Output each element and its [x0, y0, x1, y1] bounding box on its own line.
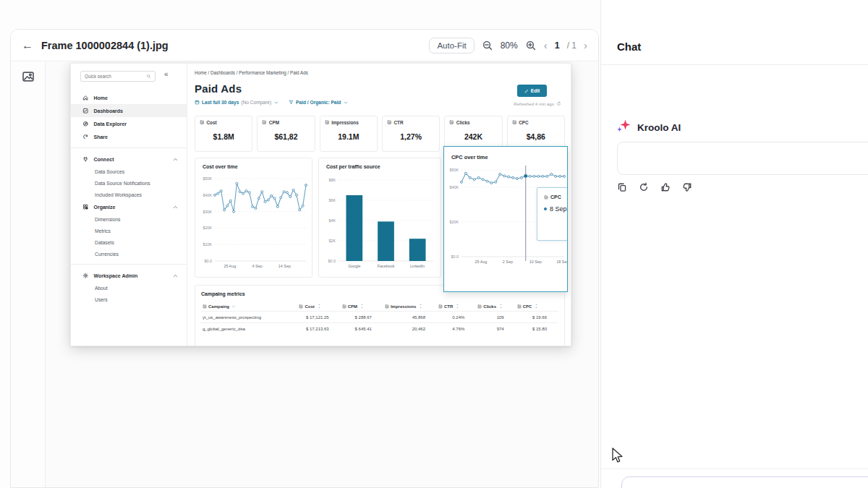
column-header-campaing[interactable]: Campaing [201, 301, 297, 312]
kpi-card-impressions[interactable]: Impressions19.1M [320, 116, 378, 152]
regenerate-icon[interactable] [639, 182, 649, 192]
viewer-canvas: « HomeDashboardsData ExplorerShareConnec… [11, 62, 598, 487]
sort-icon[interactable] [359, 304, 365, 309]
metric-icon [203, 304, 207, 309]
collapse-sidebar-icon[interactable]: « [164, 70, 169, 78]
sidebar-item-data-source-notifications[interactable]: Data Source Notifications [71, 177, 187, 189]
thumbs-down-icon[interactable] [682, 182, 692, 192]
metric-value-cell: 974 [476, 323, 515, 335]
table-row[interactable]: yt_us_awareness_prospecting$ 17,121.25$ … [201, 312, 558, 323]
svg-text:$10K: $10K [203, 242, 212, 247]
sidebar-item-dimensions[interactable]: Dimensions [71, 213, 187, 225]
next-page-icon[interactable]: › [584, 40, 587, 51]
chevron-up-icon [173, 157, 178, 162]
svg-text:$6K: $6K [328, 198, 336, 202]
sidebar-item-share[interactable]: Share [71, 130, 187, 143]
page-total: / 1 [567, 40, 576, 51]
sort-icon[interactable] [534, 304, 539, 309]
chevron-down-icon [231, 304, 236, 309]
metric-icon [262, 120, 267, 125]
metric-icon [512, 120, 517, 125]
chat-panel: Chat Kroolo AI [600, 0, 868, 488]
svg-text:$20K: $20K [449, 220, 459, 224]
image-thumbnail-icon[interactable] [22, 70, 35, 487]
page-title: Paid Ads [195, 82, 242, 95]
kpi-card-cpm[interactable]: CPM$61,82 [257, 116, 315, 152]
column-header-cpm[interactable]: CPM [341, 301, 383, 312]
date-range-filter[interactable]: Last full 30 days (No Compare) [195, 100, 278, 105]
sidebar-item-currencies[interactable]: Currencies [71, 248, 187, 260]
svg-text:10 Sep: 10 Sep [529, 260, 542, 264]
edit-button[interactable]: Edit [517, 85, 547, 97]
auto-fit-button[interactable]: Auto-Fit [429, 38, 474, 53]
column-header-cost[interactable]: Cost [297, 301, 340, 312]
sort-icon[interactable] [455, 304, 460, 309]
sidebar-item-metrics[interactable]: Metrics [71, 225, 187, 236]
refresh-icon[interactable] [556, 101, 561, 106]
zoom-in-icon[interactable] [525, 40, 537, 51]
sidebar-item-label: Data Explorer [94, 121, 127, 127]
quick-search-input[interactable] [85, 74, 144, 79]
metric-value-cell: $ 288.67 [341, 312, 383, 323]
sidebar-item-label: Dimensions [95, 217, 121, 222]
message-actions [617, 182, 692, 192]
sidebar-item-about[interactable]: About [71, 282, 187, 294]
gear-icon [82, 273, 89, 279]
kpi-value: $4,86 [512, 125, 560, 147]
sort-icon[interactable] [418, 304, 423, 309]
campaign-name-cell: g_global_generic_dsa [201, 323, 297, 335]
kpi-header: CPM [262, 120, 310, 125]
svg-text:2 Sep: 2 Sep [503, 260, 513, 264]
column-header-impressions[interactable]: Impressions [383, 301, 437, 312]
cost-per-traffic-source-widget[interactable]: Cost per traffic source $8K$6K$4K$2K$0.0… [318, 158, 441, 278]
column-header-ctr[interactable]: CTR [437, 301, 476, 312]
sidebar-item-label: Users [95, 297, 108, 302]
column-label: Cost [305, 304, 314, 309]
calendar-icon [195, 100, 200, 105]
metric-icon [438, 304, 443, 309]
kpi-card-cost[interactable]: Cost$1.8M [195, 116, 252, 152]
paid-organic-filter[interactable]: Paid / Organic: Paid [289, 100, 348, 105]
thumbs-up-icon[interactable] [660, 182, 671, 192]
kpi-value: $1.8M [200, 125, 247, 147]
sort-icon[interactable] [498, 304, 503, 309]
sidebar-item-included-workspaces[interactable]: Included Workspaces [71, 189, 187, 200]
sidebar-item-home[interactable]: Home [71, 91, 187, 104]
mouse-cursor [610, 447, 626, 464]
sidebar-item-dashboards[interactable]: Dashboards [71, 104, 187, 117]
column-header-cpc[interactable]: CPC [516, 301, 558, 312]
sidebar-item-workspace-admin[interactable]: Workspace Admin [71, 269, 187, 282]
prev-page-icon[interactable]: ‹ [544, 40, 548, 51]
chevron-up-icon [173, 205, 178, 210]
search-icon [146, 74, 151, 79]
sidebar-item-data-sources[interactable]: Data Sources [71, 166, 187, 177]
file-title: Frame 1000002844 (1).jpg [41, 40, 169, 51]
kpi-card-ctr[interactable]: CTR1,27% [382, 116, 440, 152]
zoom-out-icon[interactable] [482, 40, 493, 51]
sidebar-item-connect[interactable]: Connect [71, 153, 187, 166]
breadcrumb: Home / Dashboards / Performance Marketin… [195, 70, 308, 75]
page-current: 1 [555, 40, 560, 51]
copy-icon[interactable] [617, 182, 627, 192]
sidebar-item-datasets[interactable]: Datasets [71, 236, 187, 248]
cpc-over-time-widget[interactable]: CPC over time $50K$40K$20K$0.025 Aug2 Se… [443, 146, 568, 292]
table-row[interactable]: g_global_generic_dsa$ 17,213.63$ 645.412… [201, 323, 558, 335]
metric-value-cell: 0.24% [437, 312, 476, 323]
sidebar-item-label: Currencies [95, 252, 119, 257]
sidebar-item-label: About [95, 286, 108, 291]
quick-search [80, 71, 156, 82]
metric-icon [200, 120, 205, 125]
sidebar-item-organize[interactable]: Organize [71, 200, 187, 213]
filter-label: Last full 30 days [202, 100, 239, 105]
sort-icon[interactable] [317, 304, 322, 309]
column-label: CPC [523, 304, 532, 309]
chat-input[interactable] [621, 476, 868, 488]
cost-over-time-widget[interactable]: Cost over time $50K$40K$30K$20K$10K$0.02… [195, 158, 312, 278]
back-button[interactable]: ← [22, 39, 33, 52]
sidebar-item-users[interactable]: Users [71, 294, 187, 305]
column-header-clicks[interactable]: Clicks [476, 301, 515, 312]
metric-icon [517, 304, 522, 309]
sidebar-item-data-explorer[interactable]: Data Explorer [71, 117, 187, 130]
sidebar-divider [71, 264, 187, 265]
chart-plot: $8K$6K$4K$2K$0.0GoogleFacebookLinkedIn [319, 174, 441, 275]
